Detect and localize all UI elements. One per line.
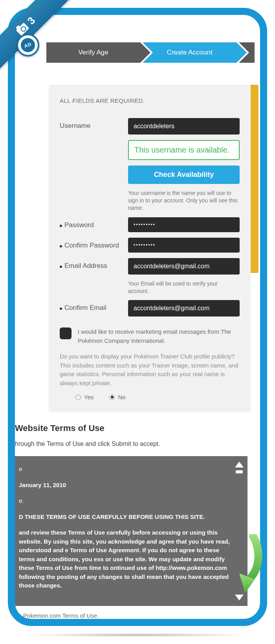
terms-line: e.	[19, 497, 233, 506]
form-panel-wrap: ALL FIELDS ARE REQUIRED. Username This u…	[49, 85, 258, 412]
availability-message: This username is available.	[128, 140, 240, 160]
step-label: Create Account	[167, 49, 212, 56]
scroll-down-icon[interactable]	[235, 595, 244, 600]
password-input[interactable]	[128, 217, 240, 232]
ad-badge-text: AD	[19, 36, 37, 55]
bullet-icon	[60, 266, 62, 268]
terms-agree-text: ne Pokemon.com Terms of Use.	[15, 612, 252, 619]
device-frame: Verify Age Create Account ALL FIELDS ARE…	[8, 8, 267, 626]
terms-title: Website Terms of Use	[15, 423, 252, 433]
label-password: Password	[60, 217, 128, 229]
public-profile-question: Do you want to display your Pokémon Trai…	[60, 352, 240, 387]
progress-steps: Verify Age Create Account	[46, 42, 255, 63]
marketing-checkbox-row: I would like to receive marketing email …	[60, 327, 240, 345]
bullet-icon	[60, 307, 62, 310]
step-verify-age[interactable]: Verify Age	[46, 42, 140, 63]
frame-shadow	[24, 633, 251, 637]
row-password: Password	[60, 217, 240, 232]
radio-yes[interactable]: Yes	[75, 394, 94, 400]
form-panel: ALL FIELDS ARE REQUIRED. Username This u…	[49, 85, 251, 412]
scroll-up-icon[interactable]	[235, 462, 244, 468]
radio-no[interactable]: No	[109, 394, 125, 400]
yellow-stripe	[251, 85, 258, 273]
marketing-text: I would like to receive marketing email …	[78, 327, 240, 345]
marketing-checkbox[interactable]	[60, 327, 72, 339]
step-label: Verify Age	[78, 49, 108, 56]
public-profile-radios: Yes No	[60, 394, 240, 400]
terms-section: Website Terms of Use hrough the Terms of…	[15, 423, 260, 626]
terms-scrollbox[interactable]: e January 11, 2010 e. D THESE TERMS OF U…	[15, 456, 248, 606]
terms-para: and review these Terms of Use carefully …	[19, 528, 233, 590]
email-hint: Your Email will be used to verify your a…	[128, 280, 240, 295]
terms-line: e	[19, 465, 233, 474]
confirm-email-input[interactable]	[128, 300, 240, 317]
check-availability-button[interactable]: Check Availability	[128, 166, 240, 184]
terms-instruction: hrough the Terms of Use and click Submit…	[15, 440, 252, 448]
required-notice: ALL FIELDS ARE REQUIRED.	[60, 97, 240, 104]
terms-caps: D THESE TERMS OF USE CAREFULLY BEFORE US…	[19, 513, 233, 522]
radio-icon	[109, 395, 115, 400]
label-email: Email Address	[60, 258, 128, 270]
bullet-icon	[60, 225, 62, 227]
row-username: Username This username is available. Che…	[60, 118, 240, 212]
bullet-icon	[60, 245, 62, 247]
content-area: Verify Age Create Account ALL FIELDS ARE…	[15, 15, 260, 619]
row-email: Email Address Your Email will be used to…	[60, 258, 240, 295]
row-confirm-password: Confirm Password	[60, 238, 240, 253]
label-username: Username	[60, 118, 128, 130]
scroll-thumb[interactable]	[236, 470, 243, 473]
label-confirm-email: Confirm Email	[60, 300, 128, 312]
username-hint: Your username is the name you will use t…	[128, 189, 240, 212]
email-input[interactable]	[128, 258, 240, 275]
radio-icon	[75, 395, 81, 400]
terms-date: January 11, 2010	[19, 481, 233, 490]
username-input[interactable]	[128, 118, 240, 135]
ad-badge: AD	[16, 34, 39, 56]
confirm-password-input[interactable]	[128, 238, 240, 253]
row-confirm-email: Confirm Email	[60, 300, 240, 317]
step-create-account[interactable]: Create Account	[143, 42, 236, 63]
label-confirm-password: Confirm Password	[60, 238, 128, 249]
